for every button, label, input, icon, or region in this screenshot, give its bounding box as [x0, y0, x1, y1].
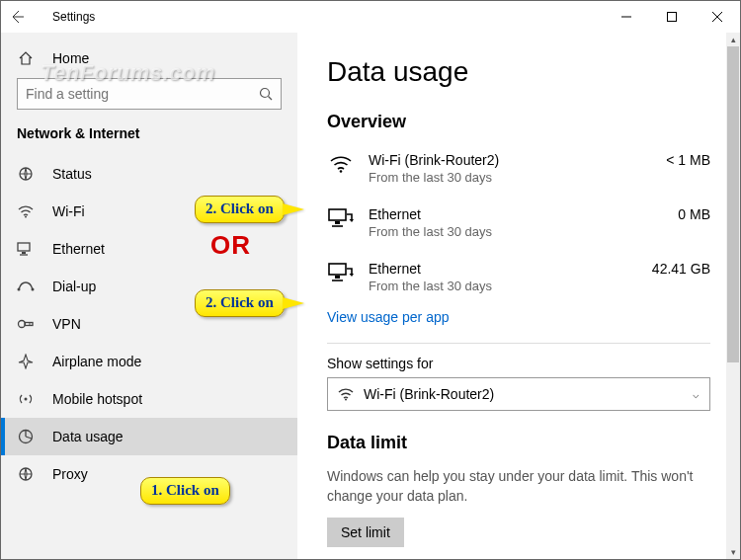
show-settings-for-dropdown[interactable]: Wi-Fi (Brink-Router2) ⌵ — [327, 377, 710, 411]
sidebar-item-label: VPN — [52, 316, 81, 332]
scroll-down-arrow[interactable]: ▾ — [726, 545, 740, 559]
svg-rect-8 — [18, 243, 30, 251]
svg-rect-21 — [335, 221, 340, 224]
scrollbar[interactable]: ▴ ▾ — [726, 33, 740, 559]
callout-1: 1. Click on — [140, 477, 230, 505]
show-settings-for-label: Show settings for — [327, 356, 710, 371]
sidebar-item-hotspot[interactable]: Mobile hotspot — [1, 380, 297, 418]
window-title: Settings — [48, 10, 95, 24]
ethernet-icon — [327, 261, 355, 282]
search-input[interactable] — [17, 78, 282, 110]
sidebar-item-airplane[interactable]: Airplane mode — [1, 343, 297, 380]
svg-point-28 — [345, 399, 347, 401]
ethernet-icon — [17, 242, 35, 256]
home-icon — [17, 50, 35, 66]
data-limit-description: Windows can help you stay under your dat… — [327, 467, 702, 506]
arrow-left-icon — [9, 9, 25, 25]
maximize-icon — [667, 12, 677, 22]
hotspot-icon — [17, 391, 35, 407]
svg-rect-14 — [25, 323, 33, 326]
divider — [327, 343, 710, 344]
network-value: 0 MB — [651, 206, 710, 222]
overview-heading: Overview — [327, 112, 710, 132]
sidebar-item-label: Data usage — [52, 429, 124, 444]
svg-point-7 — [25, 216, 27, 218]
dialup-icon — [17, 280, 35, 292]
network-sub: From the last 30 days — [369, 170, 637, 185]
content-area: Data usage Overview Wi-Fi (Brink-Router2… — [297, 33, 740, 559]
svg-line-5 — [269, 97, 273, 101]
network-row[interactable]: EthernetFrom the last 30 days42.41 GB — [327, 255, 710, 309]
network-row[interactable]: EthernetFrom the last 30 days0 MB — [327, 200, 710, 255]
sidebar-item-datausage[interactable]: Data usage — [1, 418, 297, 455]
network-name: Wi-Fi (Brink-Router2) — [369, 152, 637, 168]
ethernet-icon — [327, 206, 355, 228]
network-sub: From the last 30 days — [369, 279, 637, 293]
status-icon — [17, 166, 35, 182]
view-usage-per-app-link[interactable]: View usage per app — [327, 309, 450, 325]
maximize-button[interactable] — [649, 1, 695, 33]
sidebar-item-status[interactable]: Status — [1, 155, 297, 193]
wifi-icon — [327, 152, 355, 174]
minimize-button[interactable] — [604, 1, 649, 33]
scroll-up-arrow[interactable]: ▴ — [726, 33, 740, 46]
home-nav[interactable]: Home — [1, 42, 297, 78]
close-button[interactable] — [695, 1, 740, 33]
svg-point-12 — [32, 288, 35, 291]
home-label: Home — [52, 50, 89, 66]
svg-point-11 — [18, 288, 21, 291]
sidebar-item-label: Dial-up — [52, 279, 96, 294]
back-button[interactable] — [9, 9, 48, 25]
vpn-icon — [17, 318, 35, 330]
network-sub: From the last 30 days — [369, 224, 637, 239]
svg-rect-20 — [329, 209, 346, 220]
network-name: Ethernet — [369, 206, 637, 222]
svg-marker-23 — [350, 219, 355, 222]
airplane-icon — [17, 354, 35, 369]
category-header: Network & Internet — [1, 125, 297, 155]
wifi-icon — [338, 387, 354, 401]
close-icon — [712, 12, 722, 22]
dropdown-value: Wi-Fi (Brink-Router2) — [364, 386, 494, 402]
callout-2b: 2. Click on — [195, 289, 285, 317]
svg-point-4 — [261, 89, 270, 98]
sidebar-item-label: Wi-Fi — [52, 203, 85, 219]
network-row[interactable]: Wi-Fi (Brink-Router2)From the last 30 da… — [327, 146, 710, 200]
system-buttons — [604, 1, 740, 33]
set-limit-button[interactable]: Set limit — [327, 518, 404, 547]
search-field[interactable] — [26, 86, 259, 102]
sidebar-item-label: Status — [52, 166, 92, 182]
svg-point-16 — [25, 398, 28, 401]
svg-rect-9 — [22, 252, 26, 254]
scrollbar-thumb[interactable] — [727, 46, 739, 362]
data-limit-heading: Data limit — [327, 433, 710, 453]
sidebar-item-label: Ethernet — [52, 241, 105, 257]
page-title: Data usage — [327, 56, 710, 88]
sidebar-item-label: Proxy — [52, 466, 88, 482]
svg-rect-24 — [329, 264, 346, 275]
minimize-icon — [621, 12, 631, 22]
sidebar-item-label: Mobile hotspot — [52, 391, 142, 407]
titlebar: Settings — [1, 1, 740, 33]
svg-rect-1 — [668, 13, 677, 22]
settings-window: Settings Home Network & Internet StatusW… — [0, 0, 741, 560]
search-icon — [259, 87, 273, 101]
proxy-icon — [17, 466, 35, 482]
svg-marker-27 — [350, 274, 355, 277]
svg-point-19 — [340, 170, 343, 173]
sidebar-item-label: Airplane mode — [52, 354, 141, 369]
callout-2a: 2. Click on — [195, 196, 285, 223]
svg-rect-25 — [335, 276, 340, 279]
sidebar-item-ethernet[interactable]: Ethernet — [1, 230, 297, 268]
annotation-or: OR — [210, 230, 251, 261]
chevron-down-icon: ⌵ — [693, 388, 700, 401]
network-name: Ethernet — [369, 261, 637, 277]
network-value: < 1 MB — [651, 152, 710, 168]
datausage-icon — [17, 429, 35, 444]
network-value: 42.41 GB — [651, 261, 710, 277]
wifi-icon — [17, 204, 35, 218]
